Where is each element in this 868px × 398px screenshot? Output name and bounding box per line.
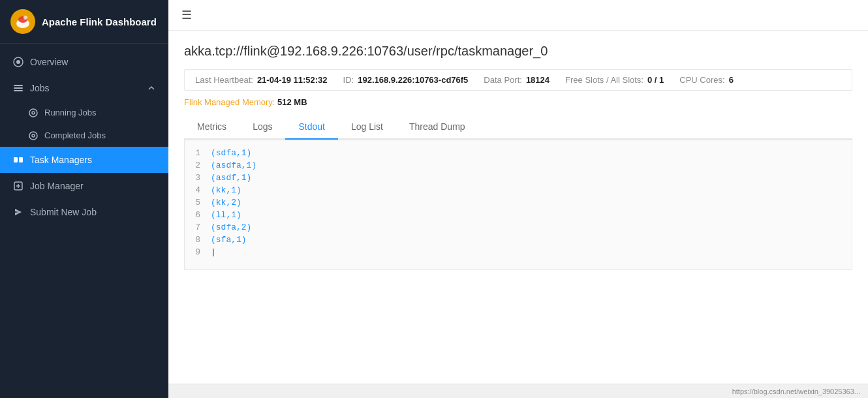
svg-point-11 <box>29 132 37 140</box>
cpu-cores-item: CPU Cores: 6 <box>679 75 734 85</box>
last-heartbeat-label: Last Heartbeat: <box>195 75 253 85</box>
sidebar-item-jobs-label: Jobs <box>30 83 50 93</box>
code-output: 1(sdfa,1)2(asdfa,1)3(asdf,1)4(kk,1)5(kk,… <box>184 140 852 270</box>
free-slots-item: Free Slots / All Slots: 0 / 1 <box>565 75 664 85</box>
tabs-bar: Metrics Logs Stdout Log List Thread Dump <box>184 115 852 140</box>
sidebar-item-task-managers[interactable]: Task Managers <box>0 147 168 173</box>
svg-rect-14 <box>19 157 23 162</box>
line-content: (sfa,1) <box>211 235 247 245</box>
svg-point-5 <box>16 60 20 64</box>
svg-point-12 <box>32 134 35 137</box>
line-number: 8 <box>185 235 211 245</box>
sidebar-item-completed-jobs[interactable]: Completed Jobs <box>0 124 168 147</box>
code-line: 2(asdfa,1) <box>185 159 852 172</box>
sidebar-item-submit-new-job[interactable]: Submit New Job <box>0 199 168 225</box>
code-line: 8(sfa,1) <box>185 234 852 246</box>
sidebar-item-submit-new-job-label: Submit New Job <box>30 207 97 217</box>
flink-logo <box>10 9 35 34</box>
line-content: (sdfa,2) <box>211 222 251 232</box>
line-content: (sdfa,1) <box>211 148 251 158</box>
info-bar2: Flink Managed Memory: 512 MB <box>184 93 852 115</box>
code-line: 5(kk,2) <box>185 196 852 209</box>
data-port-value: 18124 <box>526 75 550 85</box>
sidebar-header: Apache Flink Dashboard <box>0 0 168 44</box>
cpu-cores-label: CPU Cores: <box>679 75 724 85</box>
id-item: ID: 192.168.9.226:10763-cd76f5 <box>343 75 469 85</box>
sidebar-item-running-jobs[interactable]: Running Jobs <box>0 101 168 124</box>
sidebar-item-jobs[interactable]: Jobs <box>0 75 168 101</box>
line-content: (kk,1) <box>211 185 241 195</box>
free-slots-value: 0 / 1 <box>647 75 664 85</box>
chevron-up-icon <box>147 84 155 92</box>
code-line: 9 <box>185 246 852 258</box>
data-port-label: Data Port: <box>484 75 522 85</box>
code-line: 1(sdfa,1) <box>185 147 852 159</box>
main-content: ☰ akka.tcp://flink@192.168.9.226:10763/u… <box>168 0 868 398</box>
code-line: 4(kk,1) <box>185 184 852 196</box>
line-number: 3 <box>185 173 211 183</box>
data-port-item: Data Port: 18124 <box>484 75 550 85</box>
code-line: 3(asdf,1) <box>185 172 852 184</box>
line-number: 9 <box>185 247 211 257</box>
page-title: akka.tcp://flink@192.168.9.226:10763/use… <box>184 44 852 59</box>
sidebar-item-completed-jobs-label: Completed Jobs <box>44 130 106 140</box>
line-number: 2 <box>185 161 211 170</box>
last-heartbeat-item: Last Heartbeat: 21-04-19 11:52:32 <box>195 75 328 85</box>
sidebar-nav: Overview Jobs Running <box>0 44 168 230</box>
sidebar: Apache Flink Dashboard Overview Jobs <box>0 0 168 398</box>
free-slots-label: Free Slots / All Slots: <box>565 75 643 85</box>
id-value: 192.168.9.226:10763-cd76f5 <box>358 75 468 85</box>
code-line: 6(ll,1) <box>185 209 852 221</box>
tab-logs[interactable]: Logs <box>240 115 285 140</box>
id-label: ID: <box>343 75 354 85</box>
svg-rect-7 <box>14 87 23 89</box>
task-managers-icon <box>13 155 23 165</box>
sidebar-item-job-manager[interactable]: Job Manager <box>0 173 168 199</box>
job-manager-icon <box>13 181 23 191</box>
last-heartbeat-value: 21-04-19 11:52:32 <box>257 75 328 85</box>
line-content <box>211 247 216 257</box>
sidebar-item-task-managers-label: Task Managers <box>30 155 92 165</box>
tab-metrics[interactable]: Metrics <box>184 115 240 140</box>
info-bar: Last Heartbeat: 21-04-19 11:52:32 ID: 19… <box>184 69 852 91</box>
line-content: (asdfa,1) <box>211 161 256 170</box>
top-bar: ☰ <box>168 0 868 31</box>
svg-point-10 <box>32 112 35 114</box>
svg-rect-13 <box>14 157 18 162</box>
sidebar-item-running-jobs-label: Running Jobs <box>44 108 97 117</box>
tab-log-list[interactable]: Log List <box>338 115 396 140</box>
running-jobs-icon <box>29 108 38 117</box>
svg-rect-6 <box>14 85 23 86</box>
line-number: 5 <box>185 198 211 207</box>
svg-point-9 <box>29 109 37 117</box>
svg-point-3 <box>23 16 27 20</box>
sidebar-item-overview[interactable]: Overview <box>0 49 168 75</box>
overview-icon <box>13 57 23 67</box>
line-number: 1 <box>185 148 211 158</box>
code-line: 7(sdfa,2) <box>185 221 852 234</box>
sidebar-jobs-submenu: Running Jobs Completed Jobs <box>0 101 168 147</box>
line-content: (asdf,1) <box>211 173 251 183</box>
status-bar: https://blog.csdn.net/weixin_39025363... <box>168 384 868 398</box>
sidebar-item-job-manager-label: Job Manager <box>30 181 84 191</box>
line-number: 6 <box>185 210 211 220</box>
app-title: Apache Flink Dashboard <box>42 16 157 27</box>
line-number: 7 <box>185 222 211 232</box>
hamburger-icon[interactable]: ☰ <box>181 8 192 22</box>
sidebar-item-overview-label: Overview <box>30 57 68 67</box>
cpu-cores-value: 6 <box>729 75 734 85</box>
tab-stdout[interactable]: Stdout <box>285 115 337 140</box>
line-number: 4 <box>185 185 211 195</box>
tab-thread-dump[interactable]: Thread Dump <box>396 115 478 140</box>
line-content: (ll,1) <box>211 210 241 220</box>
status-url: https://blog.csdn.net/weixin_39025363... <box>732 388 860 395</box>
jobs-icon <box>13 83 23 93</box>
line-content: (kk,2) <box>211 198 241 207</box>
svg-rect-8 <box>14 90 23 91</box>
content-area: akka.tcp://flink@192.168.9.226:10763/use… <box>168 31 868 384</box>
submit-job-icon <box>13 207 23 217</box>
flink-memory-value: 512 MB <box>277 97 307 107</box>
flink-memory-label: Flink Managed Memory: <box>184 97 277 107</box>
completed-jobs-icon <box>29 131 38 140</box>
